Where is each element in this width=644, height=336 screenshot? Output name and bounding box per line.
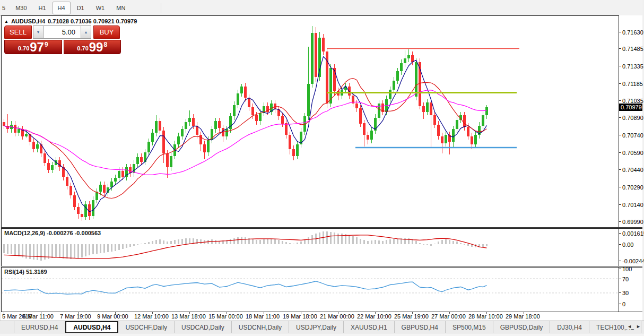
volume-increase-icon: ▲: [84, 30, 88, 34]
mt4-window: 5M30H1H4D1W1MN ▲ AUDUSD,H4 0.71028 0.710…: [0, 0, 644, 336]
volume-input[interactable]: 5.00: [43, 25, 81, 39]
macd-tick-label: 0.00: [622, 242, 633, 248]
time-axis: 5 Mar 20196 Mar 11:007 Mar 19:009 Mar 00…: [1, 312, 642, 321]
timeframe-M30[interactable]: M30: [10, 2, 32, 14]
tab-audusd-h4[interactable]: AUDUSD,H4: [65, 321, 118, 333]
price-tick-label: 0.71335: [622, 63, 643, 70]
time-tick-label: 19 Mar 18:00: [283, 313, 317, 320]
rsi-pane[interactable]: [2, 268, 619, 312]
time-tick-label: 9 Mar 00:00: [97, 313, 128, 320]
price-tick-dash: [619, 221, 621, 222]
main-macd-separator-2: [1, 228, 642, 229]
timeframe-MN[interactable]: MN: [111, 2, 130, 14]
rsi-tick-dash: [619, 279, 621, 279]
time-tick-label: 15 Mar 00:00: [208, 313, 243, 320]
price-tick-dash: [619, 187, 621, 187]
tab-eurusd-h4[interactable]: EURUSD,H4: [14, 321, 65, 333]
price-tick-dash: [619, 32, 621, 32]
chart-left-border: [1, 15, 2, 312]
time-tick-label: 25 Mar 19:00: [394, 313, 429, 320]
price-tick-label: 0.70440: [622, 167, 643, 173]
symbol-name: AUDUSD,H4: [11, 18, 45, 24]
buy-price-display[interactable]: 0.70 99 8: [64, 40, 121, 54]
volume-decrease-icon: ▼: [37, 30, 40, 34]
tab-scroll-right-icon[interactable]: ►: [636, 324, 641, 329]
time-tick-label: 6 Mar 11:00: [23, 313, 54, 320]
price-tick-dash: [619, 48, 621, 49]
buy-button[interactable]: BUY: [93, 25, 120, 39]
buy-price-prefix: 0.70: [77, 45, 88, 51]
price-axis-separator: [619, 15, 619, 312]
volume-decrease-button[interactable]: ▼: [33, 25, 43, 39]
tab-gbpusd-h4[interactable]: GBPUSD,H4: [395, 321, 446, 333]
rsi-tick-dash: [619, 304, 621, 304]
symbol-ohlc: 0.71028 0.71036 0.70921 0.70979: [48, 18, 137, 24]
sell-button[interactable]: SELL: [4, 25, 32, 39]
macd-tick-label: 0.001615: [622, 230, 644, 237]
price-tick-dash: [619, 100, 621, 101]
chart-top-border: [1, 15, 619, 16]
symbol-label: ▲ AUDUSD,H4 0.71028 0.71036 0.70921 0.70…: [4, 18, 137, 24]
tab-usdcnh-daily[interactable]: USDCNH,Daily: [232, 321, 289, 333]
price-tick-label: 0.70140: [622, 202, 643, 208]
macd-tick-dash: [619, 244, 621, 245]
macd-tick-dash: [619, 233, 621, 234]
timeframe-toolbar: 5M30H1H4D1W1MN: [0, 0, 644, 16]
sell-price-display[interactable]: 0.70 97 9: [4, 40, 62, 54]
time-tick-label: 22 Mar 10:00: [357, 313, 391, 320]
price-tick-dash: [619, 83, 621, 84]
price-tick-label: 0.70740: [622, 132, 643, 139]
tab-dj30-h4[interactable]: DJ30,H4: [550, 321, 589, 333]
timeframe-5[interactable]: 5: [1, 2, 9, 14]
price-tick-dash: [619, 66, 621, 66]
time-tick-label: 28 Mar 10:00: [468, 313, 503, 320]
collapse-icon[interactable]: ▲: [4, 19, 8, 24]
current-price-box: 0.70979: [619, 104, 642, 111]
macd-rsi-separator-2: [1, 267, 642, 268]
tab-sp500-m15[interactable]: SP500,M15: [446, 321, 493, 333]
tab-overflow[interactable]: UKOil,: [641, 321, 644, 333]
window-bottom-strip: [0, 333, 644, 336]
tab-scroll-left-icon[interactable]: ◄: [627, 324, 632, 329]
timeframe-W1[interactable]: W1: [91, 2, 110, 14]
buy-price-sup: 8: [103, 41, 107, 48]
buy-price-big: 99: [89, 42, 103, 53]
rsi-tick-dash: [619, 292, 621, 293]
rsi-tick-label: 30: [622, 290, 629, 296]
price-tick-label: 0.70290: [622, 184, 643, 191]
tab-usdchf-daily[interactable]: USDCHF,Daily: [118, 321, 175, 333]
rsi-tick-dash: [619, 269, 621, 269]
price-tick-label: 0.71185: [622, 81, 643, 87]
price-tick-label: 0.70890: [622, 115, 643, 121]
price-tick-dash: [619, 169, 621, 170]
price-tick-dash: [619, 204, 621, 205]
tab-usdcad-daily[interactable]: USDCAD,Daily: [175, 321, 232, 333]
tab-row: EURUSD,H4AUDUSD,H4USDCHF,DailyUSDCAD,Dai…: [0, 321, 644, 333]
sell-price-prefix: 0.70: [18, 45, 29, 51]
time-tick-label: 12 Mar 10:00: [134, 313, 169, 320]
price-tick-label: 0.71485: [622, 46, 643, 52]
volume-increase-button[interactable]: ▲: [81, 25, 91, 39]
rsi-tick-label: 70: [622, 276, 629, 282]
price-tick-dash: [619, 152, 621, 153]
time-tick-label: 29 Mar 18:00: [506, 313, 540, 320]
timeframe-D1[interactable]: D1: [72, 2, 90, 14]
tab-xauusd-h1[interactable]: XAUUSD,H1: [344, 321, 395, 333]
timeframe-H4[interactable]: H4: [53, 2, 71, 14]
macd-label: MACD(12,26,9) -0.000276 -0.000563: [4, 230, 101, 236]
rsi-tick-label: 0: [622, 301, 625, 307]
time-tick-label: 18 Mar 11:00: [246, 313, 280, 320]
sell-price-sup: 9: [45, 41, 48, 48]
time-tick-label: 7 Mar 19:00: [60, 313, 91, 320]
price-tick-dash: [619, 135, 621, 135]
price-tick-dash: [619, 117, 621, 118]
timeframe-H1[interactable]: H1: [33, 2, 51, 14]
macd-tick-dash: [619, 261, 621, 261]
tab-gbpusd-daily[interactable]: GBPUSD,Daily: [493, 321, 551, 333]
time-tick-label: 21 Mar 00:00: [320, 313, 354, 320]
time-tick-label: 27 Mar 00:00: [431, 313, 466, 320]
toolbar-separator: [161, 3, 161, 13]
tab-usdjpy-daily[interactable]: USDJPY,Daily: [289, 321, 344, 333]
price-tick-label: 0.70590: [622, 150, 643, 156]
price-tick-label: 0.69990: [622, 219, 643, 225]
